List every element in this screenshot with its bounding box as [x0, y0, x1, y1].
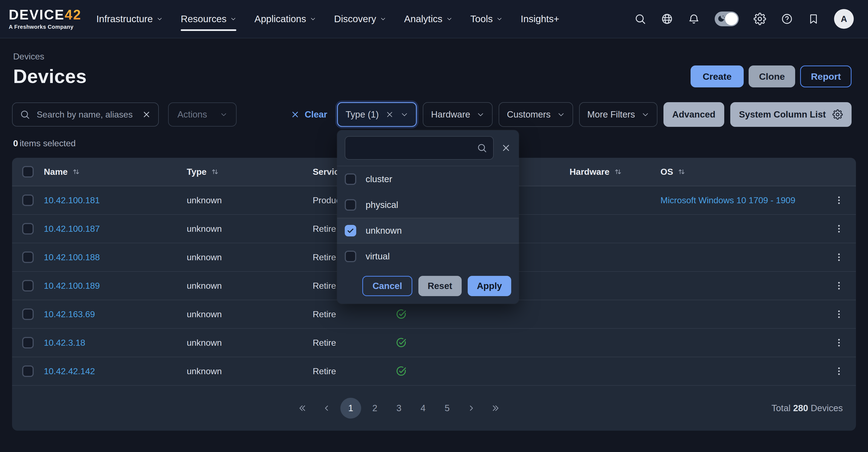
- filter-customers-button[interactable]: Customers: [499, 102, 573, 127]
- last-page-button[interactable]: [485, 398, 506, 419]
- column-header-name[interactable]: Name: [44, 167, 187, 177]
- x-icon: [290, 110, 300, 119]
- in-service-check-icon: [383, 337, 569, 349]
- breadcrumb[interactable]: Devices: [13, 52, 44, 62]
- checkbox-checked[interactable]: [345, 225, 356, 236]
- row-menu-kebab[interactable]: [834, 280, 856, 291]
- page-button-4[interactable]: 4: [413, 398, 433, 419]
- globe-icon[interactable]: [661, 13, 673, 25]
- close-icon[interactable]: [501, 143, 511, 153]
- checkbox-unchecked[interactable]: [345, 199, 356, 211]
- sort-icon: [677, 168, 686, 176]
- page-button-1[interactable]: 1: [340, 398, 361, 419]
- column-header-os[interactable]: OS: [660, 167, 823, 177]
- nav-item-resources[interactable]: Resources: [181, 13, 236, 24]
- chevron-down-icon: [557, 111, 565, 118]
- remove-filter-icon[interactable]: [385, 110, 394, 119]
- in-service-check-icon: [383, 365, 569, 377]
- device-name-link[interactable]: 10.42.42.142: [44, 366, 187, 376]
- page-button-3[interactable]: 3: [389, 398, 409, 419]
- device-search-box[interactable]: [12, 102, 159, 126]
- nav-item-infrastructure[interactable]: Infrastructure: [96, 13, 163, 24]
- cancel-button[interactable]: Cancel: [362, 276, 412, 296]
- type-option-physical[interactable]: physical: [337, 192, 519, 218]
- os-link[interactable]: Microsoft Windows 10 1709 - 1909: [660, 195, 823, 206]
- checkbox-unchecked[interactable]: [345, 173, 356, 185]
- filter-hardware-button[interactable]: Hardware: [423, 102, 493, 127]
- row-checkbox[interactable]: [22, 251, 34, 263]
- type-option-unknown[interactable]: unknown: [337, 218, 519, 244]
- device-name-link[interactable]: 10.42.100.187: [44, 224, 187, 234]
- row-menu-kebab[interactable]: [834, 195, 856, 206]
- next-page-button[interactable]: [461, 398, 482, 419]
- filter-toolbar: Actions Clear Type (1): [12, 102, 851, 127]
- reset-button[interactable]: Reset: [418, 276, 462, 296]
- row-checkbox[interactable]: [22, 223, 34, 235]
- system-column-list-button[interactable]: System Column List: [730, 102, 851, 127]
- create-button[interactable]: Create: [690, 65, 744, 87]
- row-checkbox[interactable]: [22, 337, 34, 349]
- actions-dropdown[interactable]: Actions: [168, 102, 237, 126]
- type-option-cluster[interactable]: cluster: [337, 166, 519, 192]
- bookmark-icon[interactable]: [808, 13, 819, 25]
- device-name-link[interactable]: 10.42.163.69: [44, 309, 187, 320]
- device-name-link[interactable]: 10.42.100.188: [44, 252, 187, 263]
- clear-filters-button[interactable]: Clear: [290, 109, 328, 120]
- search-icon: [477, 143, 487, 153]
- clear-search-icon[interactable]: [142, 110, 151, 119]
- device-name-link[interactable]: 10.42.100.189: [44, 281, 187, 291]
- nav-item-applications[interactable]: Applications: [254, 13, 316, 24]
- device-name-link[interactable]: 10.42.100.181: [44, 195, 187, 206]
- row-checkbox[interactable]: [22, 194, 34, 206]
- chevron-down-icon: [446, 16, 452, 22]
- search-input[interactable]: [36, 109, 136, 120]
- popup-search-input[interactable]: [351, 143, 472, 154]
- advanced-button[interactable]: Advanced: [663, 102, 724, 127]
- bell-icon[interactable]: [688, 13, 700, 25]
- type-filter-popup: cluster physical unknown virtual Cancel …: [337, 130, 519, 304]
- filters-group: Clear Type (1) cluster: [290, 102, 851, 127]
- logo-text: DEVICE42: [9, 8, 82, 22]
- row-menu-kebab[interactable]: [834, 309, 856, 320]
- filter-type-button[interactable]: Type (1): [337, 102, 417, 127]
- popup-search-box[interactable]: [345, 136, 494, 160]
- page-actions: Create Clone Report: [690, 65, 851, 87]
- select-all-checkbox[interactable]: [22, 166, 34, 178]
- nav-item-tools[interactable]: Tools: [470, 13, 503, 24]
- first-page-button[interactable]: [292, 398, 313, 419]
- chevron-down-icon: [401, 111, 408, 118]
- row-menu-kebab[interactable]: [834, 366, 856, 377]
- nav-item-discovery[interactable]: Discovery: [334, 13, 386, 24]
- row-checkbox[interactable]: [22, 280, 34, 292]
- report-button[interactable]: Report: [800, 65, 851, 87]
- page-button-5[interactable]: 5: [437, 398, 458, 419]
- nav-item-analytics[interactable]: Analytics: [404, 13, 452, 24]
- row-checkbox[interactable]: [22, 365, 34, 377]
- device-name-link[interactable]: 10.42.3.18: [44, 338, 187, 348]
- user-avatar[interactable]: A: [834, 9, 854, 29]
- help-icon[interactable]: [781, 13, 793, 25]
- clone-button[interactable]: Clone: [749, 65, 795, 87]
- device42-logo[interactable]: DEVICE42 A Freshworks Company: [9, 8, 82, 30]
- search-icon[interactable]: [634, 13, 646, 25]
- chevron-down-icon: [380, 16, 386, 22]
- apply-button[interactable]: Apply: [468, 276, 512, 296]
- nav-item-insights[interactable]: Insights+: [521, 13, 559, 24]
- row-menu-kebab[interactable]: [834, 337, 856, 348]
- page-button-2[interactable]: 2: [365, 398, 385, 419]
- column-header-type[interactable]: Type: [187, 167, 313, 177]
- prev-page-button[interactable]: [316, 398, 337, 419]
- top-nav-bar: DEVICE42 A Freshworks Company Infrastruc…: [0, 0, 868, 38]
- row-menu-kebab[interactable]: [834, 223, 856, 234]
- dark-mode-toggle[interactable]: [715, 11, 739, 26]
- filter-more-filters-button[interactable]: More Filters: [579, 102, 657, 127]
- checkbox-unchecked[interactable]: [345, 251, 356, 262]
- row-menu-kebab[interactable]: [834, 252, 856, 263]
- page-title: Devices: [13, 65, 87, 87]
- row-checkbox[interactable]: [22, 308, 34, 320]
- gear-icon[interactable]: [753, 12, 766, 25]
- column-header-hardware[interactable]: Hardware: [569, 167, 660, 177]
- table-row: 10.42.42.142 unknown Retire: [12, 357, 856, 386]
- type-option-virtual[interactable]: virtual: [337, 244, 519, 269]
- chevron-down-icon: [220, 111, 227, 118]
